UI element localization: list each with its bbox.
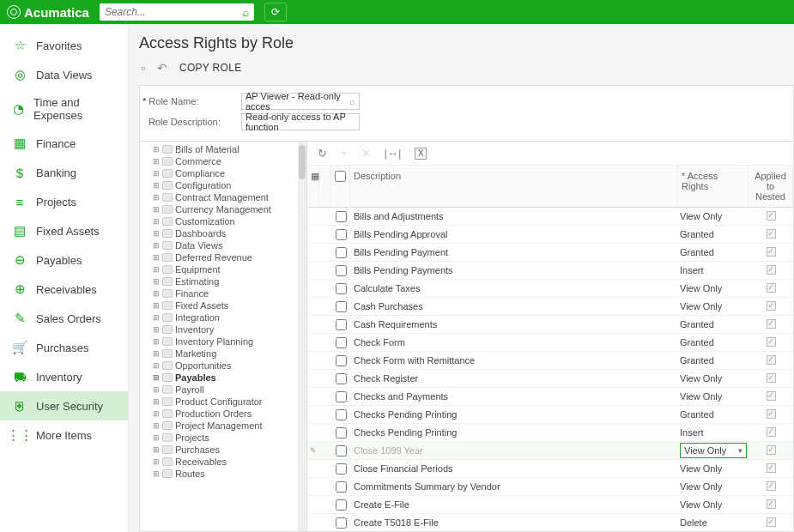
sidebar-item-projects[interactable]: ≡Projects bbox=[0, 187, 128, 216]
sidebar-item-data-views[interactable]: ◎Data Views bbox=[0, 60, 128, 89]
tree-item[interactable]: ⊞Deferred Revenue bbox=[140, 251, 306, 263]
cell-description[interactable]: Calculate Taxes bbox=[350, 283, 678, 293]
cell-nested[interactable] bbox=[749, 301, 793, 312]
tree-expand-icon[interactable]: ⊞ bbox=[152, 350, 160, 358]
tree-item[interactable]: ⊞Receivables bbox=[140, 456, 306, 468]
grid-row[interactable]: Checks and PaymentsView Only bbox=[307, 388, 793, 406]
tree-item[interactable]: ⊞Commerce bbox=[140, 155, 306, 167]
row-checkbox[interactable] bbox=[331, 318, 350, 330]
cell-rights[interactable]: Granted bbox=[678, 409, 749, 420]
lookup-icon[interactable]: ⌕ bbox=[349, 96, 355, 106]
grid-row[interactable]: Commitments Summary by VendorView Only bbox=[307, 478, 793, 496]
sidebar-item-finance[interactable]: ▦Finance bbox=[0, 129, 128, 158]
row-checkbox[interactable] bbox=[331, 282, 350, 294]
tree-item[interactable]: ⊞Fixed Assets bbox=[140, 299, 306, 311]
cell-description[interactable]: Create T5018 E-File bbox=[350, 517, 678, 528]
row-checkbox[interactable] bbox=[331, 462, 350, 475]
tree-expand-icon[interactable]: ⊞ bbox=[152, 422, 160, 430]
role-name-input[interactable]: AP Viewer - Read-only acces ⌕ bbox=[241, 93, 360, 110]
row-checkbox[interactable] bbox=[331, 372, 350, 384]
cell-description[interactable]: Close Financial Periods bbox=[350, 463, 678, 474]
cell-nested[interactable] bbox=[749, 445, 793, 456]
nested-checkbox[interactable] bbox=[767, 391, 776, 401]
cell-description[interactable]: Check Register bbox=[350, 373, 678, 384]
tree-item[interactable]: ⊞Currency Management bbox=[140, 203, 306, 215]
grid-delete-button[interactable]: ✕ bbox=[361, 147, 371, 160]
cell-rights[interactable]: Delete bbox=[678, 517, 749, 528]
tree-item[interactable]: ⊞Integration bbox=[140, 311, 306, 323]
tree-expand-icon[interactable]: ⊞ bbox=[152, 254, 160, 262]
tree-expand-icon[interactable]: ⊞ bbox=[152, 218, 160, 226]
tree-expand-icon[interactable]: ⊞ bbox=[152, 338, 160, 346]
save-button[interactable]: ▫ bbox=[141, 61, 145, 75]
sidebar-item-sales-orders[interactable]: ✎Sales Orders bbox=[0, 304, 128, 333]
tree-expand-icon[interactable]: ⊞ bbox=[152, 194, 160, 202]
nested-checkbox[interactable] bbox=[767, 229, 776, 239]
tree-item[interactable]: ⊞Compliance bbox=[140, 167, 306, 179]
cell-nested[interactable] bbox=[749, 373, 793, 384]
grid-refresh-button[interactable]: ↻ bbox=[318, 147, 327, 160]
sidebar-item-user-security[interactable]: ⛨User Security bbox=[0, 391, 128, 420]
grid-row[interactable]: Cash PurchasesView Only bbox=[307, 298, 793, 316]
grid-row[interactable]: Create E-FileView Only bbox=[307, 496, 793, 514]
cell-rights[interactable]: Insert bbox=[678, 265, 749, 275]
cell-nested[interactable] bbox=[749, 319, 793, 330]
grid-row[interactable]: Checks Pending PrintingGranted bbox=[307, 406, 793, 424]
nested-checkbox[interactable] bbox=[767, 301, 776, 311]
tree-item[interactable]: ⊞Configuration bbox=[140, 179, 306, 191]
cell-description[interactable]: Bills and Adjustments bbox=[350, 211, 678, 221]
tree-item[interactable]: ⊞Project Management bbox=[140, 420, 306, 432]
nested-checkbox[interactable] bbox=[767, 211, 776, 221]
cell-description[interactable]: Bills Pending Payments bbox=[350, 265, 678, 275]
row-checkbox[interactable] bbox=[331, 499, 350, 511]
row-checkbox[interactable] bbox=[331, 264, 350, 276]
grid-row[interactable]: Cash RequirementsGranted bbox=[307, 316, 793, 334]
sidebar-item-more-items[interactable]: ⋮⋮More Items bbox=[0, 420, 128, 450]
cell-description[interactable]: Commitments Summary by Vendor bbox=[350, 481, 678, 492]
cell-description[interactable]: Checks Pending Printing bbox=[350, 409, 678, 420]
tree-item[interactable]: ⊞Purchases bbox=[140, 444, 306, 456]
grid-row[interactable]: Bills Pending ApprovalGranted bbox=[307, 226, 793, 244]
row-checkbox[interactable] bbox=[331, 517, 350, 529]
tree-expand-icon[interactable]: ⊞ bbox=[152, 206, 160, 214]
row-checkbox[interactable] bbox=[331, 336, 350, 348]
cell-nested[interactable] bbox=[749, 409, 793, 420]
grid-export-button[interactable]: X bbox=[415, 148, 427, 160]
row-checkbox[interactable] bbox=[331, 390, 350, 402]
cell-nested[interactable] bbox=[749, 337, 793, 348]
tree-item[interactable]: ⊞Payables bbox=[140, 372, 306, 384]
cell-rights[interactable]: View Only bbox=[678, 211, 749, 221]
grid-header-checkbox[interactable] bbox=[331, 166, 350, 207]
nested-checkbox[interactable] bbox=[767, 319, 776, 329]
tree-item[interactable]: ⊞Projects bbox=[140, 432, 306, 444]
grid-add-button[interactable]: + bbox=[341, 147, 348, 160]
nested-checkbox[interactable] bbox=[767, 409, 776, 419]
nested-checkbox[interactable] bbox=[767, 247, 776, 257]
tree-expand-icon[interactable]: ⊞ bbox=[152, 386, 160, 394]
tree-expand-icon[interactable]: ⊞ bbox=[152, 434, 160, 442]
cell-rights[interactable]: Granted bbox=[678, 337, 749, 348]
cell-nested[interactable] bbox=[749, 283, 793, 294]
tree-expand-icon[interactable]: ⊞ bbox=[152, 242, 160, 250]
tree-expand-icon[interactable]: ⊞ bbox=[152, 326, 160, 334]
cell-rights[interactable]: View Only bbox=[678, 499, 749, 510]
grid-row[interactable]: Check Form with RemittanceGranted bbox=[307, 352, 793, 370]
global-search[interactable]: ⌕ bbox=[100, 3, 254, 21]
tree-item[interactable]: ⊞Customization bbox=[140, 215, 306, 227]
nested-checkbox[interactable] bbox=[767, 445, 776, 455]
tree-expand-icon[interactable]: ⊞ bbox=[152, 146, 160, 154]
grid-header-nested[interactable]: Applied to Nested bbox=[749, 166, 793, 207]
tree-expand-icon[interactable]: ⊞ bbox=[152, 398, 160, 406]
nested-checkbox[interactable] bbox=[767, 265, 776, 275]
tree-expand-icon[interactable]: ⊞ bbox=[152, 314, 160, 322]
tree-item[interactable]: ⊞Contract Management bbox=[140, 191, 306, 203]
copy-role-button[interactable]: COPY ROLE bbox=[179, 62, 242, 74]
nested-checkbox[interactable] bbox=[767, 481, 776, 491]
nested-checkbox[interactable] bbox=[767, 517, 776, 527]
cell-nested[interactable] bbox=[749, 427, 793, 438]
tree-expand-icon[interactable]: ⊞ bbox=[152, 470, 160, 478]
tree-expand-icon[interactable]: ⊞ bbox=[152, 230, 160, 238]
undo-button[interactable]: ↶ bbox=[157, 61, 167, 75]
nested-checkbox[interactable] bbox=[767, 337, 776, 347]
cell-description[interactable]: Check Form bbox=[350, 337, 678, 348]
